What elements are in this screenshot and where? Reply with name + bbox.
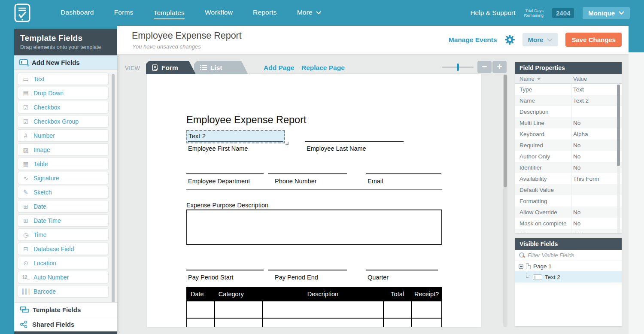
add-page-link[interactable]: Add Page [264, 64, 294, 72]
column-name[interactable]: Name [519, 76, 541, 82]
field-type-text[interactable]: ▭Text [18, 73, 109, 85]
expense-table-header-row: Date Category Description Total Receipt? [187, 287, 442, 301]
property-name: Allow Override [519, 209, 557, 216]
save-changes-button[interactable]: Save Changes [565, 33, 622, 47]
table-cell [383, 318, 411, 327]
table-cell [215, 301, 262, 318]
property-row-description[interactable]: Description [515, 106, 622, 117]
shared-fields-tab[interactable]: Shared Fields [14, 317, 117, 331]
nav-dashboard[interactable]: Dashboard [61, 9, 94, 17]
number-icon: # [18, 132, 33, 139]
field-label-purpose: Expense Purpose Description [186, 202, 268, 209]
collapse-expander-icon[interactable] [519, 264, 523, 269]
filter-visible-fields-input[interactable] [528, 252, 605, 258]
table-cell [411, 318, 442, 327]
barcode-icon: ║║║ [18, 288, 33, 295]
replace-page-link[interactable]: Replace Page [301, 64, 345, 72]
field-type-date[interactable]: ⊞Date [18, 200, 109, 213]
tree-node-page[interactable]: Page 1 [515, 261, 622, 271]
field-purpose-description[interactable] [186, 210, 442, 245]
location-pin-icon: ⊙ [18, 260, 33, 267]
property-row-required[interactable]: RequiredNo [515, 140, 622, 151]
selected-text-field[interactable]: Text 2 [186, 130, 285, 143]
property-row-multi-line[interactable]: Multi LineNo [515, 117, 622, 128]
shared-fields-tab-label: Shared Fields [32, 321, 74, 328]
expense-table-field[interactable]: Date Category Description Total Receipt? [186, 287, 442, 327]
property-value: Alpha [573, 131, 588, 137]
field-type-signature[interactable]: ∿Signature [18, 172, 109, 184]
text-field-icon: ▭ [18, 76, 33, 82]
field-type-barcode[interactable]: ║║║Barcode [18, 285, 109, 298]
resize-handle[interactable] [286, 142, 289, 145]
field-type-image[interactable]: ▨Image [18, 143, 109, 156]
property-name: Formatting [519, 198, 547, 204]
table-icon: ▦ [18, 161, 33, 167]
calendar-icon: ⊞ [18, 203, 33, 210]
property-row-identifier[interactable]: IdentifierNo [515, 162, 622, 173]
field-department[interactable] [186, 173, 264, 174]
form-document-icon [152, 64, 158, 71]
property-row-formatting[interactable]: Formatting [515, 195, 622, 206]
header-actions: Manage Events More Save Changes [449, 33, 622, 47]
sidebar-scrollbar[interactable] [112, 74, 115, 302]
gear-icon[interactable] [504, 34, 515, 45]
property-row-availability[interactable]: AvailabilityThis Form [515, 173, 622, 184]
field-type-auto-number[interactable]: 12_Auto Number [18, 271, 109, 283]
property-row-mask-on-complete[interactable]: Mask on completeNo [515, 218, 622, 229]
properties-scrollbar-handle[interactable] [617, 85, 620, 166]
tab-list-view[interactable]: List [194, 61, 248, 74]
tab-form-view[interactable]: Form [146, 61, 196, 74]
property-value: No [573, 142, 580, 149]
nav-templates[interactable]: Templates [154, 9, 185, 19]
property-row-align[interactable]: AlignLeft [515, 229, 622, 233]
zoom-slider-handle[interactable] [457, 64, 459, 71]
field-type-date-time[interactable]: ⊞Date Time [18, 214, 109, 227]
property-row-author-only[interactable]: Author OnlyNo [515, 151, 622, 162]
checkbox-group-icon: ☑ [18, 118, 33, 125]
canvas-scrollbar-handle[interactable] [504, 75, 507, 187]
help-support-link[interactable]: Help & Support [470, 9, 515, 17]
sidebar-title: Template Fields [20, 33, 111, 43]
add-new-fields-section[interactable]: Add New Fields [14, 55, 117, 70]
nav-more[interactable]: More [297, 9, 321, 17]
property-name: Multi Line [519, 120, 544, 126]
field-type-sketch[interactable]: ✎Sketch [18, 186, 109, 198]
property-row-allow-override[interactable]: Allow OverrideNo [515, 206, 622, 218]
field-email[interactable] [366, 173, 441, 174]
property-row-type[interactable]: TypeText [515, 84, 622, 95]
nav-forms[interactable]: Forms [114, 9, 134, 17]
app-logo[interactable] [14, 3, 30, 22]
user-menu-button[interactable]: Monique [583, 7, 630, 19]
nav-reports[interactable]: Reports [253, 9, 277, 17]
field-type-checkbox[interactable]: ☑Checkbox [18, 101, 109, 113]
property-row-name[interactable]: NameText 2 [515, 95, 622, 106]
field-phone[interactable] [268, 173, 347, 174]
field-type-database-field[interactable]: ⊟Database Field [18, 243, 109, 255]
property-row-keyboard[interactable]: KeyboardAlpha [515, 128, 622, 140]
nav-workflow[interactable]: Workflow [205, 9, 233, 17]
property-row-default-value[interactable]: Default Value [515, 184, 622, 195]
field-pay-period-start[interactable] [186, 270, 264, 270]
field-type-checkbox-group[interactable]: ☑Checkbox Group [18, 115, 109, 128]
zoom-in-button[interactable]: + [492, 61, 507, 73]
field-type-table[interactable]: ▦Table [18, 158, 109, 170]
manage-events-link[interactable]: Manage Events [449, 36, 497, 44]
template-header-bar: Employee Expense Report You have unsaved… [117, 26, 629, 55]
field-pay-period-end[interactable] [268, 270, 347, 270]
template-fields-tab[interactable]: Template Fields [14, 302, 117, 317]
field-type-location[interactable]: ⊙Location [18, 257, 109, 269]
field-quarter[interactable] [366, 270, 438, 270]
sidebar-footer [14, 331, 117, 334]
zoom-out-button[interactable]: − [477, 61, 492, 73]
unsaved-changes-notice: You have unsaved changes [132, 43, 201, 50]
field-type-time[interactable]: ◷Time [18, 228, 109, 241]
field-underline [188, 141, 283, 142]
field-type-number[interactable]: #Number [18, 129, 109, 142]
field-type-dropdown[interactable]: ▤Drop Down [18, 87, 109, 99]
chevron-down-icon [316, 11, 321, 14]
field-last-name[interactable] [305, 141, 404, 142]
table-cell [215, 318, 262, 327]
tree-node-field-selected[interactable]: Text 2 [515, 271, 622, 282]
form-heading[interactable]: Employee Expense Report [186, 114, 307, 126]
more-actions-button[interactable]: More [522, 33, 559, 46]
